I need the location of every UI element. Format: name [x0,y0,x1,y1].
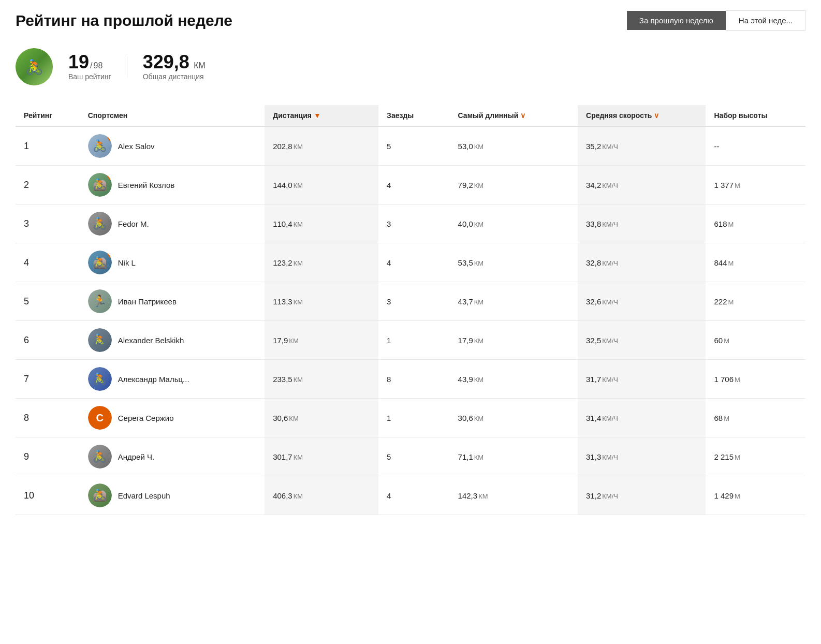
rank-value: 1 [24,141,29,151]
rides-cell: 4 [378,243,449,282]
tab-this-week[interactable]: На этой неде... [726,10,805,31]
page-container: Рейтинг на прошлой неделе За прошлую нед… [0,0,821,525]
table-row: 3🚴Fedor M.110,4КМ340,0КМ33,8КМ/Ч618М [16,204,805,243]
tab-last-week[interactable]: За прошлую неделю [627,11,726,30]
summary-distance: 329,8 КМ Общая дистанция [143,53,206,81]
th-rating: Рейтинг [16,105,80,126]
rank-value: 4 [24,257,29,268]
ranking-table: Рейтинг Спортсмен Дистанция ▼ Заезды Са [16,105,805,515]
distance-cell: 123,2КМ [265,243,378,282]
distance-cell: 301,7КМ [265,437,378,476]
distance-cell: 233,5КМ [265,360,378,399]
rank-cell: 6 [16,321,80,360]
avatar: 🚴 [88,134,112,158]
rank-label: Ваш рейтинг [68,72,111,81]
crown-badge [105,173,112,182]
th-athlete: Спортсмен [80,105,265,126]
athlete-cell: 🚴Alex Salov [80,126,265,166]
speed-cell: 31,4КМ/Ч [578,399,706,437]
avatar: 🚵 [88,173,112,197]
table-row: 4🚵Nik L123,2КМ453,5КМ32,8КМ/Ч844М [16,243,805,282]
rank-cell: 5 [16,282,80,321]
longest-cell: 17,9КМ [450,321,578,360]
elevation-cell: 60М [706,321,805,360]
rank-cell: 8 [16,399,80,437]
th-rides: Заезды [378,105,449,126]
longest-cell: 79,2КМ [450,166,578,204]
rank-value: 5 [24,296,29,306]
th-longest[interactable]: Самый длинный ∨ [450,105,578,126]
athlete-name: Александр Мальц... [118,375,189,384]
rank-cell: 1 [16,126,80,166]
table-row: 2🚵Евгений Козлов144,0КМ479,2КМ34,2КМ/Ч1 … [16,166,805,204]
longest-cell: 43,7КМ [450,282,578,321]
distance-cell: 30,6КМ [265,399,378,437]
rides-cell: 3 [378,282,449,321]
distance-number: 329,8 КМ [143,53,206,71]
avatar: 🚵 [88,484,112,507]
longest-cell: 40,0КМ [450,204,578,243]
crown-badge [105,251,112,260]
elevation-cell: 222М [706,282,805,321]
speed-cell: 31,2КМ/Ч [578,476,706,515]
longest-sort-icon: ∨ [520,111,525,120]
longest-cell: 142,3КМ [450,476,578,515]
athlete-name: Fedor M. [118,219,149,228]
avatar-cyclist-icon: 🚴 [16,48,53,85]
distance-cell: 202,8КМ [265,126,378,166]
athlete-cell: 🚵Edvard Lespuh [80,476,265,515]
summary-divider [127,56,127,77]
athlete-name: Андрей Ч. [118,452,154,461]
longest-cell: 71,1КМ [450,437,578,476]
athlete-name: Евгений Козлов [118,181,175,189]
rides-cell: 5 [378,437,449,476]
rides-cell: 1 [378,321,449,360]
table-row: 5🏃Иван Патрикеев113,3КМ343,7КМ32,6КМ/Ч22… [16,282,805,321]
svg-marker-1 [108,134,112,140]
table-row: 1🚴Alex Salov202,8КМ553,0КМ35,2КМ/Ч-- [16,126,805,166]
athlete-name: Иван Патрикеев [118,297,177,306]
speed-cell: 32,6КМ/Ч [578,282,706,321]
th-speed[interactable]: Средняя скорость ∨ [578,105,706,126]
th-distance[interactable]: Дистанция ▼ [265,105,378,126]
rides-cell: 8 [378,360,449,399]
rank-value: 2 [24,180,29,190]
table-row: 10🚵Edvard Lespuh406,3КМ4142,3КМ31,2КМ/Ч1… [16,476,805,515]
avatar: С [88,406,112,430]
speed-cell: 32,5КМ/Ч [578,321,706,360]
rank-value: 9 [24,451,29,462]
crown-badge [105,134,112,143]
athlete-name: Alex Salov [118,142,155,151]
athlete-cell: 🚴Alexander Belskikh [80,321,265,360]
table-row: 7🚴Александр Мальц...233,5КМ843,9КМ31,7КМ… [16,360,805,399]
athlete-cell: ССерега Сержио [80,399,265,437]
speed-cell: 33,8КМ/Ч [578,204,706,243]
elevation-cell: 1 706М [706,360,805,399]
svg-marker-5 [108,251,112,257]
avatar: 🚴 [88,328,112,352]
athlete-name: Edvard Lespuh [118,491,170,500]
distance-label: Общая дистанция [143,72,206,81]
elevation-cell: 2 215М [706,437,805,476]
longest-cell: 53,0КМ [450,126,578,166]
table-row: 6🚴Alexander Belskikh17,9КМ117,9КМ32,5КМ/… [16,321,805,360]
rides-cell: 5 [378,126,449,166]
longest-cell: 43,9КМ [450,360,578,399]
athlete-name: Alexander Belskikh [118,336,184,345]
user-avatar: 🚴 [16,48,53,85]
avatar: 🚴 [88,445,112,469]
rank-value: 7 [24,374,29,384]
distance-cell: 144,0КМ [265,166,378,204]
athlete-cell: 🏃Иван Патрикеев [80,282,265,321]
summary-rank: 19/98 Ваш рейтинг [68,53,111,81]
table-header: Рейтинг Спортсмен Дистанция ▼ Заезды Са [16,105,805,126]
rides-cell: 4 [378,476,449,515]
distance-cell: 17,9КМ [265,321,378,360]
rank-cell: 9 [16,437,80,476]
page-header: Рейтинг на прошлой неделе За прошлую нед… [16,10,805,31]
rides-cell: 3 [378,204,449,243]
avatar: 🚴 [88,212,112,236]
athlete-cell: 🚵Евгений Козлов [80,166,265,204]
avatar: 🚵 [88,251,112,274]
elevation-cell: -- [706,126,805,166]
